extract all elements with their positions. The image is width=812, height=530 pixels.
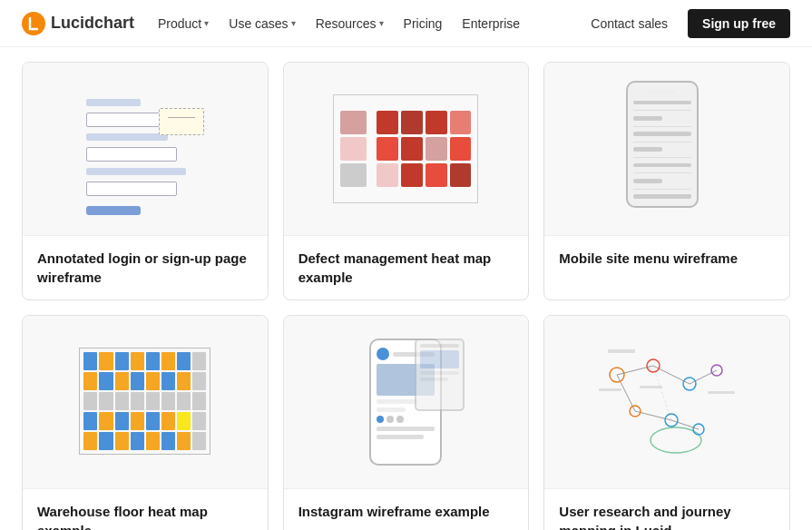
navbar: Lucidchart Product ▾ Use cases ▾ Resourc… xyxy=(0,0,812,47)
mobile-wireframe-illustration xyxy=(626,81,708,217)
nav-enterprise[interactable]: Enterprise xyxy=(453,11,529,36)
svg-rect-18 xyxy=(708,391,735,394)
card-thumbnail-annotated-login xyxy=(23,63,268,235)
card-label-annotated-login: Annotated login or sign-up page wirefram… xyxy=(23,235,268,299)
svg-rect-17 xyxy=(640,386,662,388)
card-label-user-research: User research and journey mapping in Luc… xyxy=(544,488,789,530)
nav-right: Contact sales Sign up free xyxy=(582,9,790,38)
card-label-instagram-wireframe: Instagram wireframe example xyxy=(284,488,529,530)
card-label-defect-heatmap: Defect management heat map example xyxy=(284,235,529,299)
contact-sales-link[interactable]: Contact sales xyxy=(582,11,677,36)
nav-product[interactable]: Product ▾ xyxy=(149,11,218,36)
product-chevron-icon: ▾ xyxy=(204,18,209,28)
card-defect-heatmap[interactable]: Defect management heat map example xyxy=(283,62,530,300)
card-grid: Annotated login or sign-up page wirefram… xyxy=(0,47,812,530)
signup-button[interactable]: Sign up free xyxy=(688,9,790,38)
nav-links: Product ▾ Use cases ▾ Resources ▾ Pricin… xyxy=(149,11,529,36)
card-thumbnail-instagram-wireframe xyxy=(284,316,529,488)
svg-line-3 xyxy=(690,370,717,384)
svg-point-0 xyxy=(22,12,45,35)
svg-rect-16 xyxy=(608,349,635,353)
card-label-warehouse-heatmap: Warehouse floor heat map example xyxy=(23,488,268,530)
card-mobile-wireframe[interactable]: Mobile site menu wireframe xyxy=(543,62,790,300)
warehouse-heatmap-illustration xyxy=(74,343,215,461)
card-warehouse-heatmap[interactable]: Warehouse floor heat map example xyxy=(22,315,269,530)
usecases-chevron-icon: ▾ xyxy=(291,18,296,28)
annotated-login-illustration xyxy=(86,99,204,199)
card-annotated-login[interactable]: Annotated login or sign-up page wirefram… xyxy=(22,62,269,300)
card-instagram-wireframe[interactable]: Instagram wireframe example xyxy=(283,315,530,530)
card-thumbnail-user-research xyxy=(544,316,789,488)
defect-heatmap-illustration xyxy=(328,85,483,212)
card-user-research[interactable]: User research and journey mapping in Luc… xyxy=(543,315,790,530)
svg-rect-19 xyxy=(599,388,621,391)
card-thumbnail-warehouse-heatmap xyxy=(23,316,268,488)
logo-icon xyxy=(22,12,45,35)
instagram-wireframe-illustration xyxy=(342,329,469,475)
nav-usecases[interactable]: Use cases ▾ xyxy=(220,11,304,36)
user-research-illustration xyxy=(590,339,744,466)
logo[interactable]: Lucidchart xyxy=(22,12,134,35)
nav-resources[interactable]: Resources ▾ xyxy=(307,11,393,36)
card-thumbnail-mobile-wireframe xyxy=(544,63,789,235)
card-thumbnail-defect-heatmap xyxy=(284,63,529,235)
nav-left: Lucidchart Product ▾ Use cases ▾ Resourc… xyxy=(22,11,529,36)
logo-text: Lucidchart xyxy=(51,14,134,33)
resources-chevron-icon: ▾ xyxy=(379,18,384,28)
nav-pricing[interactable]: Pricing xyxy=(395,11,452,36)
card-label-mobile-wireframe: Mobile site menu wireframe xyxy=(544,235,789,280)
